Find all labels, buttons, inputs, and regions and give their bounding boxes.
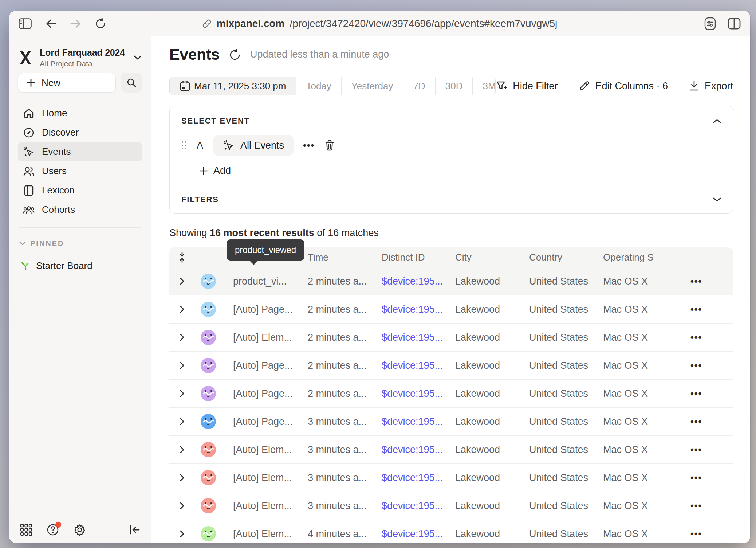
time-range-group: Mar 11, 2025 3:30 pm TodayYesterday7D30D… bbox=[169, 77, 496, 95]
sidebar-item-users[interactable]: Users bbox=[18, 161, 142, 181]
hide-filter-button[interactable]: Hide Filter bbox=[496, 80, 558, 92]
table-row[interactable]: product_vi...2 minutes a...$device:195..… bbox=[169, 267, 733, 295]
expand-row-icon[interactable] bbox=[179, 389, 185, 398]
event-more-button[interactable]: ••• bbox=[303, 140, 315, 151]
delete-event-icon[interactable] bbox=[324, 140, 335, 151]
event-avatar bbox=[201, 442, 216, 457]
download-icon bbox=[689, 81, 699, 91]
table-row[interactable]: [Auto] Elem...4 minutes a...$device:195.… bbox=[169, 520, 733, 543]
row-more-button[interactable]: ••• bbox=[687, 473, 702, 483]
expand-row-icon[interactable] bbox=[179, 445, 185, 454]
pinned-section-toggle[interactable]: PINNED bbox=[18, 237, 142, 250]
expand-row-icon[interactable] bbox=[179, 277, 185, 286]
row-more-button[interactable]: ••• bbox=[687, 416, 702, 427]
link-icon bbox=[202, 19, 212, 28]
range-today[interactable]: Today bbox=[296, 77, 341, 95]
row-more-button[interactable]: ••• bbox=[687, 388, 702, 399]
cell-distinct-id[interactable]: $device:195... bbox=[382, 388, 455, 399]
export-button[interactable]: Export bbox=[689, 81, 733, 92]
address-bar[interactable]: mixpanel.com/project/3472420/view/397469… bbox=[202, 18, 557, 30]
plus-icon bbox=[199, 166, 208, 176]
event-selector[interactable]: All Events bbox=[213, 135, 294, 156]
col-city: City bbox=[455, 252, 529, 263]
split-view-icon[interactable] bbox=[728, 18, 741, 30]
row-more-button[interactable]: ••• bbox=[687, 445, 702, 455]
event-avatar bbox=[201, 358, 216, 373]
edit-columns-button[interactable]: Edit Columns · 6 bbox=[579, 81, 668, 92]
add-event-button[interactable]: Add bbox=[199, 165, 231, 176]
range-7d[interactable]: 7D bbox=[403, 77, 435, 95]
sidebar-item-starter-board[interactable]: Starter Board bbox=[18, 258, 142, 274]
filter-icon bbox=[496, 80, 507, 92]
cell-os: Mac OS X bbox=[603, 472, 687, 484]
sidebar-item-lexicon[interactable]: Lexicon bbox=[18, 181, 142, 200]
pencil-icon bbox=[579, 81, 590, 91]
expand-row-icon[interactable] bbox=[179, 361, 185, 370]
expand-section-icon[interactable] bbox=[713, 197, 721, 202]
collapse-all-icon[interactable] bbox=[178, 252, 186, 263]
range-yesterday[interactable]: Yesterday bbox=[341, 77, 403, 95]
expand-row-icon[interactable] bbox=[179, 417, 185, 426]
apps-grid-icon[interactable] bbox=[20, 524, 32, 536]
expand-row-icon[interactable] bbox=[179, 305, 185, 314]
compass-icon bbox=[23, 127, 35, 138]
project-switcher[interactable]: Lord Farquaad 2024 All Project Data bbox=[18, 46, 142, 69]
table-row[interactable]: [Auto] Elem...3 minutes a...$device:195.… bbox=[169, 436, 733, 464]
range-30d[interactable]: 30D bbox=[435, 77, 473, 95]
cell-os: Mac OS X bbox=[603, 528, 687, 540]
forward-icon[interactable] bbox=[70, 19, 81, 29]
search-button[interactable] bbox=[121, 73, 142, 93]
refresh-icon[interactable] bbox=[229, 49, 241, 61]
table-row[interactable]: [Auto] Page...3 minutes a...$device:195.… bbox=[169, 408, 733, 436]
row-more-button[interactable]: ••• bbox=[687, 360, 702, 371]
expand-row-icon[interactable] bbox=[179, 333, 185, 342]
back-icon[interactable] bbox=[46, 19, 56, 29]
cell-distinct-id[interactable]: $device:195... bbox=[382, 500, 455, 512]
table-row[interactable]: [Auto] Elem...2 minutes a...$device:195.… bbox=[169, 324, 733, 352]
cell-distinct-id[interactable]: $device:195... bbox=[382, 416, 455, 427]
cell-distinct-id[interactable]: $device:195... bbox=[382, 276, 455, 287]
table-row[interactable]: [Auto] Page...2 minutes a...$device:195.… bbox=[169, 352, 733, 380]
page-settings-icon[interactable] bbox=[704, 17, 717, 30]
row-more-button[interactable]: ••• bbox=[687, 276, 702, 287]
cell-time: 3 minutes a... bbox=[308, 444, 382, 455]
range-3m[interactable]: 3M bbox=[472, 77, 496, 95]
select-event-section: SELECT EVENT A bbox=[170, 106, 733, 186]
sidebar-item-events[interactable]: Events bbox=[18, 142, 142, 161]
browser-sidebar-toggle-icon[interactable] bbox=[19, 18, 32, 29]
cell-distinct-id[interactable]: $device:195... bbox=[382, 528, 455, 540]
lexicon-book-icon bbox=[23, 185, 35, 196]
cell-distinct-id[interactable]: $device:195... bbox=[382, 444, 455, 455]
table-row[interactable]: [Auto] Page...2 minutes a...$device:195.… bbox=[169, 295, 733, 324]
table-row[interactable]: [Auto] Elem...3 minutes a...$device:195.… bbox=[169, 492, 733, 520]
cell-distinct-id[interactable]: $device:195... bbox=[382, 360, 455, 371]
new-button[interactable]: New bbox=[18, 73, 116, 93]
cell-distinct-id[interactable]: $device:195... bbox=[382, 472, 455, 484]
cell-event-name: [Auto] Elem... bbox=[233, 500, 308, 512]
drag-handle-icon[interactable] bbox=[181, 141, 186, 150]
row-more-button[interactable]: ••• bbox=[687, 332, 702, 343]
event-avatar bbox=[201, 526, 216, 541]
expand-row-icon[interactable] bbox=[179, 473, 185, 482]
expand-row-icon[interactable] bbox=[179, 501, 185, 510]
cell-country: United States bbox=[529, 388, 603, 399]
collapse-sidebar-icon[interactable] bbox=[129, 525, 140, 535]
row-more-button[interactable]: ••• bbox=[687, 304, 702, 315]
table-row[interactable]: [Auto] Page...2 minutes a...$device:195.… bbox=[169, 380, 733, 408]
row-more-button[interactable]: ••• bbox=[687, 529, 702, 539]
sidebar-item-cohorts[interactable]: Cohorts bbox=[18, 200, 142, 219]
reload-icon[interactable] bbox=[95, 18, 106, 30]
cell-distinct-id[interactable]: $device:195... bbox=[382, 332, 455, 343]
table-row[interactable]: [Auto] Elem...3 minutes a...$device:195.… bbox=[169, 464, 733, 492]
range-label: 30D bbox=[445, 81, 463, 92]
row-more-button[interactable]: ••• bbox=[687, 501, 702, 511]
sidebar-item-discover[interactable]: Discover bbox=[18, 123, 142, 142]
cell-distinct-id[interactable]: $device:195... bbox=[382, 304, 455, 315]
home-icon bbox=[23, 108, 35, 119]
sidebar-bottom-bar bbox=[9, 517, 151, 543]
settings-gear-icon[interactable] bbox=[73, 523, 86, 536]
collapse-section-icon[interactable] bbox=[713, 118, 721, 124]
expand-row-icon[interactable] bbox=[179, 529, 185, 538]
sidebar-item-home[interactable]: Home bbox=[18, 103, 142, 123]
date-range-picker[interactable]: Mar 11, 2025 3:30 pm bbox=[170, 77, 296, 95]
